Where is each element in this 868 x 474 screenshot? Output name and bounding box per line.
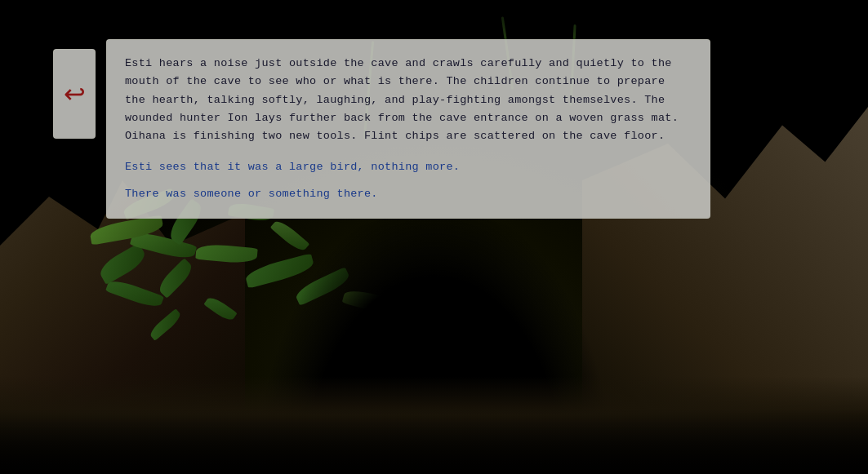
option-2-text[interactable]: There was someone or something there. — [125, 185, 692, 203]
option-1-text[interactable]: Esti sees that it was a large bird, noth… — [125, 158, 692, 176]
icon-panel: ↩ — [53, 49, 96, 139]
text-panel: Esti hears a noise just outside the cave… — [106, 39, 710, 219]
narrative-text: Esti hears a noise just outside the cave… — [125, 55, 692, 145]
back-icon: ↩ — [64, 81, 86, 107]
bottom-overlay — [0, 409, 868, 474]
